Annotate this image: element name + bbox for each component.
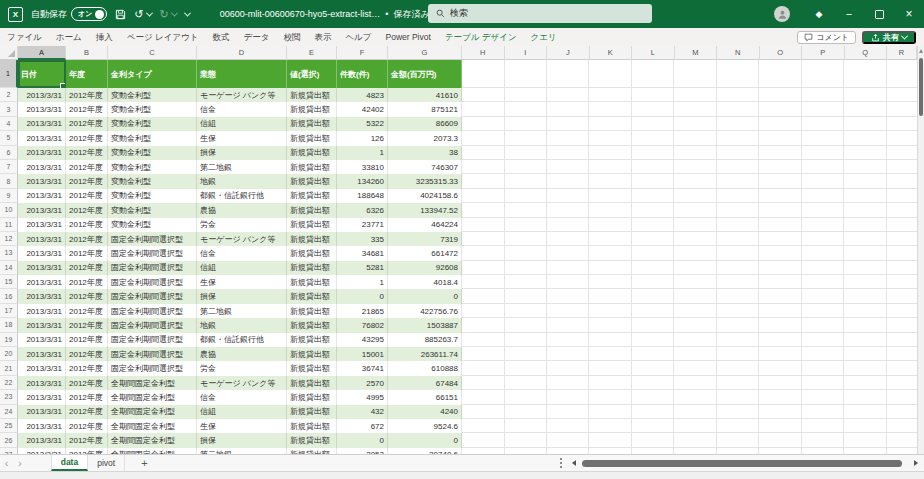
row-header-26[interactable]: 26 — [0, 433, 18, 447]
undo-button[interactable]: ↺ — [134, 9, 151, 20]
cell-C1[interactable]: 金利タイプ — [108, 60, 197, 88]
column-header-G[interactable]: G — [388, 46, 462, 60]
cell-C4[interactable]: 変動金利型 — [108, 117, 197, 131]
cell-B21[interactable]: 2012年度 — [66, 361, 108, 375]
cell-G1[interactable]: 金額(百万円) — [388, 60, 462, 88]
empty-cells-region[interactable] — [462, 60, 917, 88]
cell-A9[interactable]: 2013/3/31 — [18, 189, 66, 203]
ribbon-tab-Power Pivot[interactable]: Power Pivot — [378, 28, 437, 46]
cell-D23[interactable]: 信金 — [197, 390, 287, 404]
cell-B17[interactable]: 2012年度 — [66, 304, 108, 318]
cell-G11[interactable]: 464224 — [388, 218, 462, 232]
scroll-up-arrow-icon[interactable] — [919, 49, 923, 53]
cell-F9[interactable]: 188648 — [337, 189, 388, 203]
cell-G5[interactable]: 2073.3 — [388, 131, 462, 145]
column-header-D[interactable]: D — [197, 46, 287, 60]
cell-C10[interactable]: 変動金利型 — [108, 203, 197, 217]
cell-B4[interactable]: 2012年度 — [66, 117, 108, 131]
cell-C22[interactable]: 全期間固定金利型 — [108, 376, 197, 390]
vertical-scrollbar[interactable] — [917, 46, 924, 454]
row-header-2[interactable]: 2 — [0, 88, 18, 102]
cell-A24[interactable]: 2013/3/31 — [18, 405, 66, 419]
cell-F16[interactable]: 0 — [337, 289, 388, 303]
cell-G18[interactable]: 1503887 — [388, 318, 462, 332]
cell-B6[interactable]: 2012年度 — [66, 146, 108, 160]
cell-F5[interactable]: 126 — [337, 131, 388, 145]
cell-F18[interactable]: 76802 — [337, 318, 388, 332]
cell-C19[interactable]: 固定金利期間選択型 — [108, 333, 197, 347]
cell-D24[interactable]: 信組 — [197, 405, 287, 419]
cell-D2[interactable]: モーゲージ バンク等 — [197, 88, 287, 102]
row-header-12[interactable]: 12 — [0, 232, 18, 246]
empty-cells-region[interactable] — [462, 117, 917, 131]
cell-E18[interactable]: 新規貸出額 — [287, 318, 337, 332]
cell-F17[interactable]: 21865 — [337, 304, 388, 318]
cell-A2[interactable]: 2013/3/31 — [18, 88, 66, 102]
cell-G3[interactable]: 875121 — [388, 102, 462, 116]
row-header-23[interactable]: 23 — [0, 390, 18, 404]
cell-E9[interactable]: 新規貸出額 — [287, 189, 337, 203]
column-header-B[interactable]: B — [66, 46, 108, 60]
empty-cells-region[interactable] — [462, 174, 917, 188]
cell-G20[interactable]: 263611.74 — [388, 347, 462, 361]
cell-B24[interactable]: 2012年度 — [66, 405, 108, 419]
empty-cells-region[interactable] — [462, 433, 917, 447]
column-header-Q[interactable]: Q — [845, 46, 888, 60]
cell-E19[interactable]: 新規貸出額 — [287, 333, 337, 347]
cell-A15[interactable]: 2013/3/31 — [18, 275, 66, 289]
sheet-options-dots-icon[interactable] — [560, 462, 562, 464]
column-header-F[interactable]: F — [337, 46, 388, 60]
cell-G15[interactable]: 4018.4 — [388, 275, 462, 289]
cell-E23[interactable]: 新規貸出額 — [287, 390, 337, 404]
row-header-13[interactable]: 13 — [0, 246, 18, 260]
ribbon-tab-挿入[interactable]: 挿入 — [89, 28, 120, 46]
cell-C26[interactable]: 全期間固定金利型 — [108, 433, 197, 447]
cell-A21[interactable]: 2013/3/31 — [18, 361, 66, 375]
account-avatar[interactable] — [774, 6, 790, 22]
cell-E17[interactable]: 新規貸出額 — [287, 304, 337, 318]
cell-C20[interactable]: 固定金利期間選択型 — [108, 347, 197, 361]
autosave-toggle[interactable]: 自動保存 オン — [31, 7, 107, 21]
cell-F2[interactable]: 4823 — [337, 88, 388, 102]
cell-A14[interactable]: 2013/3/31 — [18, 261, 66, 275]
row-header-3[interactable]: 3 — [0, 102, 18, 116]
cell-B15[interactable]: 2012年度 — [66, 275, 108, 289]
column-header-K[interactable]: K — [590, 46, 633, 60]
row-header-5[interactable]: 5 — [0, 131, 18, 145]
cell-D19[interactable]: 都銀・信託銀行他 — [197, 333, 287, 347]
cell-D14[interactable]: 信組 — [197, 261, 287, 275]
cell-A8[interactable]: 2013/3/31 — [18, 174, 66, 188]
cell-A11[interactable]: 2013/3/31 — [18, 218, 66, 232]
sheet-nav-previous[interactable]: ‹ — [0, 455, 13, 472]
new-sheet-button[interactable]: + — [141, 457, 147, 469]
empty-cells-region[interactable] — [462, 361, 917, 375]
cell-A23[interactable]: 2013/3/31 — [18, 390, 66, 404]
cell-G4[interactable]: 86609 — [388, 117, 462, 131]
cell-D21[interactable]: 労金 — [197, 361, 287, 375]
cell-F20[interactable]: 15001 — [337, 347, 388, 361]
cell-G7[interactable]: 746307 — [388, 160, 462, 174]
empty-cells-region[interactable] — [462, 232, 917, 246]
column-header-L[interactable]: L — [632, 46, 675, 60]
horizontal-scrollbar[interactable] — [582, 459, 908, 468]
column-header-H[interactable]: H — [462, 46, 505, 60]
cell-C11[interactable]: 変動金利型 — [108, 218, 197, 232]
close-button[interactable]: × — [894, 0, 924, 28]
cell-F26[interactable]: 0 — [337, 433, 388, 447]
cell-B22[interactable]: 2012年度 — [66, 376, 108, 390]
column-header-R[interactable]: R — [887, 46, 917, 60]
row-header-4[interactable]: 4 — [0, 117, 18, 131]
cell-G17[interactable]: 422756.76 — [388, 304, 462, 318]
empty-cells-region[interactable] — [462, 390, 917, 404]
row-header-19[interactable]: 19 — [0, 333, 18, 347]
column-header-I[interactable]: I — [505, 46, 548, 60]
cell-C2[interactable]: 変動金利型 — [108, 88, 197, 102]
cell-B20[interactable]: 2012年度 — [66, 347, 108, 361]
cell-D25[interactable]: 生保 — [197, 419, 287, 433]
column-header-N[interactable]: N — [717, 46, 760, 60]
cell-B18[interactable]: 2012年度 — [66, 318, 108, 332]
cell-E15[interactable]: 新規貸出額 — [287, 275, 337, 289]
row-header-6[interactable]: 6 — [0, 146, 18, 160]
empty-cells-region[interactable] — [462, 304, 917, 318]
cell-E16[interactable]: 新規貸出額 — [287, 289, 337, 303]
